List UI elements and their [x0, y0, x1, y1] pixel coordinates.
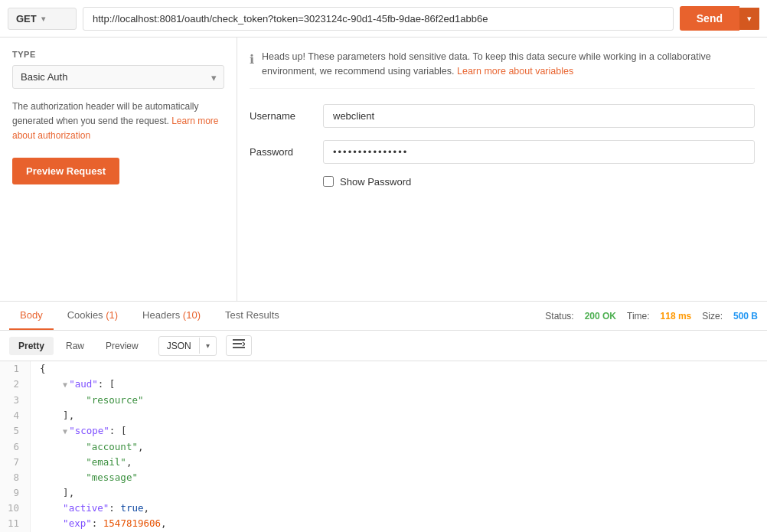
line-number: 11: [0, 516, 31, 531]
username-row: Username: [250, 104, 755, 128]
info-learn-link[interactable]: Learn more about variables: [457, 66, 573, 77]
auth-type-wrap: Basic Auth No Auth Bearer Token OAuth 2.…: [12, 65, 224, 89]
line-number: 7: [0, 455, 31, 470]
info-text: Heads up! These parameters hold sensitiv…: [262, 50, 755, 79]
line-number: 3: [0, 393, 31, 408]
wrap-button[interactable]: [226, 335, 252, 356]
tab-headers[interactable]: Headers (10): [132, 302, 211, 330]
line-number: 9: [0, 485, 31, 501]
method-select[interactable]: GET ▾: [8, 8, 77, 30]
wrap-icon: [233, 339, 245, 350]
line-number: 5: [0, 423, 31, 439]
svg-rect-2: [233, 347, 245, 348]
left-panel: TYPE Basic Auth No Auth Bearer Token OAu…: [0, 38, 237, 301]
line-number: 1: [0, 361, 31, 377]
collapse-arrow[interactable]: ▼: [63, 380, 67, 389]
line-number: 10: [0, 501, 31, 516]
send-dropdown-button[interactable]: ▾: [739, 8, 759, 30]
format-chevron-icon[interactable]: ▾: [199, 338, 216, 354]
format-select-wrap: JSON ▾: [158, 336, 217, 356]
main-layout: TYPE Basic Auth No Auth Bearer Token OAu…: [0, 38, 767, 302]
code-view: 1{2 ▼"aud": [3 "resource"4 ],5 ▼"scope":…: [0, 361, 767, 532]
table-row: 8 "message": [0, 470, 767, 485]
table-row: 6 "account",: [0, 439, 767, 455]
line-content: "account",: [31, 439, 143, 455]
tab-cookies[interactable]: Cookies (1): [57, 302, 129, 330]
tab-body[interactable]: Body: [9, 302, 54, 330]
password-label: Password: [250, 146, 311, 158]
table-row: 7 "email",: [0, 455, 767, 470]
size-label: Size:: [702, 311, 723, 321]
right-panel: ℹ Heads up! These parameters hold sensit…: [237, 38, 767, 301]
info-icon: ℹ: [250, 51, 254, 69]
preview-button[interactable]: Preview: [96, 337, 148, 355]
table-row: 5 ▼"scope": [: [0, 423, 767, 439]
username-input[interactable]: [323, 104, 755, 128]
preview-request-button[interactable]: Preview Request: [12, 158, 119, 184]
status-value: 200 OK: [585, 311, 616, 321]
line-content: {: [31, 361, 46, 377]
line-number: 6: [0, 439, 31, 455]
url-input[interactable]: [83, 7, 674, 31]
svg-rect-0: [233, 339, 245, 341]
line-content: ],: [31, 485, 74, 501]
line-content: "email",: [31, 455, 132, 470]
username-label: Username: [250, 110, 311, 122]
tab-test-results[interactable]: Test Results: [214, 302, 290, 330]
type-label: TYPE: [12, 50, 224, 59]
info-banner: ℹ Heads up! These parameters hold sensit…: [250, 50, 755, 89]
send-btn-wrap: Send ▾: [680, 6, 759, 31]
raw-button[interactable]: Raw: [57, 337, 93, 355]
code-toolbar: Pretty Raw Preview JSON ▾: [0, 331, 767, 361]
time-label: Time:: [627, 311, 650, 321]
format-label: JSON: [159, 337, 199, 355]
table-row: 4 ],: [0, 408, 767, 423]
pretty-button[interactable]: Pretty: [9, 337, 54, 355]
table-row: 11 "exp": 1547819606,: [0, 516, 767, 531]
line-content: ▼"aud": [: [31, 377, 115, 393]
auth-type-select[interactable]: Basic Auth No Auth Bearer Token OAuth 2.…: [12, 65, 224, 89]
password-row: Password: [250, 140, 755, 164]
status-label: Status:: [545, 311, 573, 321]
table-row: 3 "resource": [0, 393, 767, 408]
method-label: GET: [16, 13, 37, 24]
top-bar: GET ▾ Send ▾: [0, 0, 767, 38]
collapse-arrow[interactable]: ▼: [63, 427, 67, 436]
line-content: ],: [31, 408, 74, 423]
show-password-label[interactable]: Show Password: [340, 176, 411, 188]
table-row: 2 ▼"aud": [: [0, 377, 767, 393]
show-password-row: Show Password: [323, 176, 755, 188]
line-number: 8: [0, 470, 31, 485]
auth-description: The authorization header will be automat…: [12, 100, 224, 144]
status-row: Status: 200 OK Time: 118 ms Size: 500 B: [545, 311, 758, 321]
password-input[interactable]: [323, 140, 755, 164]
line-content: "exp": 1547819606,: [31, 516, 167, 531]
line-content: "message": [31, 470, 138, 485]
size-value: 500 B: [733, 311, 758, 321]
cookies-badge: (1): [106, 309, 118, 321]
table-row: 10 "active": true,: [0, 501, 767, 516]
line-content: ▼"scope": [: [31, 423, 126, 439]
show-password-checkbox[interactable]: [323, 176, 334, 187]
time-value: 118 ms: [661, 311, 692, 321]
method-chevron: ▾: [41, 15, 45, 23]
bottom-tabs: Body Cookies (1) Headers (10) Test Resul…: [0, 302, 767, 331]
line-number: 4: [0, 408, 31, 423]
line-content: "resource": [31, 393, 143, 408]
svg-rect-1: [233, 343, 242, 344]
send-button[interactable]: Send: [680, 6, 739, 31]
table-row: 9 ],: [0, 485, 767, 501]
headers-badge: (10): [183, 309, 201, 321]
line-content: "active": true,: [31, 501, 149, 516]
line-number: 2: [0, 377, 31, 393]
table-row: 1{: [0, 361, 767, 377]
